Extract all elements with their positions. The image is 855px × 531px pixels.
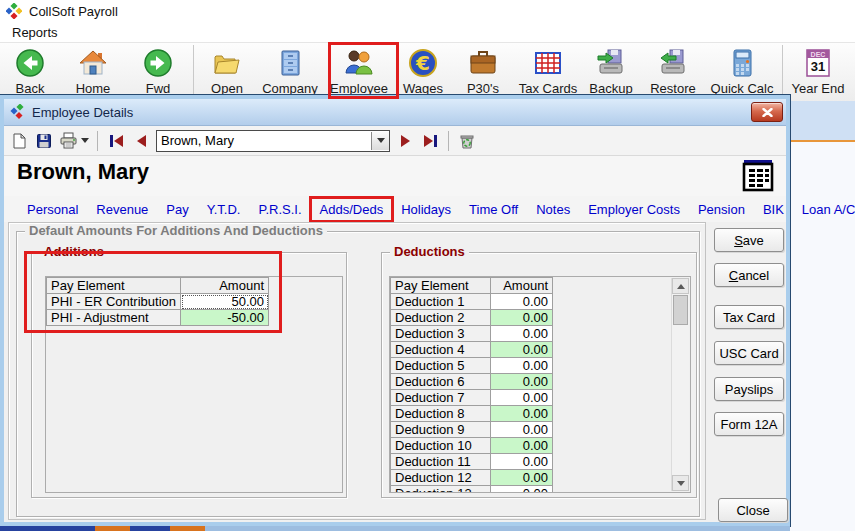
table-row: Deduction 60.00 [391, 374, 553, 390]
delete-record-button[interactable] [457, 130, 477, 152]
employee-grid-icon[interactable] [739, 156, 777, 198]
record-selector-value: Brown, Mary [157, 133, 371, 148]
save-record-button[interactable] [34, 130, 54, 152]
table-row: Deduction 130.00 [391, 486, 553, 494]
tab-y-t-d-[interactable]: Y.T.D. [200, 200, 248, 219]
amount-cell[interactable]: 0.00 [491, 438, 553, 454]
open-button[interactable]: Open [197, 43, 257, 99]
new-record-button[interactable] [9, 130, 29, 152]
deductions-scrollbar[interactable] [671, 278, 689, 491]
pay-element-cell: Deduction 9 [391, 422, 491, 438]
deductions-col-amount: Amount [491, 278, 553, 294]
cancel-button[interactable]: Cancel [714, 263, 784, 287]
tab-personal[interactable]: Personal [20, 200, 85, 219]
amount-cell[interactable]: 0.00 [491, 294, 553, 310]
last-record-icon [424, 135, 433, 147]
tab-bik[interactable]: BIK [756, 200, 791, 219]
pay-element-cell: Deduction 12 [391, 470, 491, 486]
scroll-up-button[interactable] [672, 278, 689, 294]
tax-cards-grid-icon [532, 47, 564, 79]
next-record-icon [401, 135, 410, 147]
tab-pay[interactable]: Pay [159, 200, 195, 219]
tab-divider [391, 202, 393, 217]
tab-strip: PersonalRevenuePayY.T.D.P.R.S.I.Adds/Ded… [4, 196, 786, 222]
tab-revenue[interactable]: Revenue [89, 200, 155, 219]
dialog-header: Brown, Mary [4, 156, 786, 196]
form-12a-button[interactable]: Form 12A [714, 412, 784, 436]
amount-cell[interactable]: 0.00 [491, 486, 553, 494]
backup-icon [595, 47, 627, 79]
tab-adds-deds[interactable]: Adds/Deds [313, 200, 391, 219]
back-button[interactable]: Back [0, 43, 60, 99]
printer-icon [59, 132, 78, 149]
last-record-button[interactable] [420, 130, 440, 152]
back-icon [14, 47, 46, 79]
print-button[interactable] [59, 130, 89, 152]
open-folder-icon [211, 47, 243, 79]
deductions-groupbox: Deductions Pay Element Amount Deduction … [381, 252, 697, 498]
previous-record-button[interactable] [131, 130, 151, 152]
tab-divider [459, 202, 461, 217]
amount-cell[interactable]: 0.00 [491, 454, 553, 470]
amount-cell[interactable]: 0.00 [491, 422, 553, 438]
table-row: Deduction 70.00 [391, 390, 553, 406]
tab-notes[interactable]: Notes [529, 200, 577, 219]
pay-element-cell: Deduction 11 [391, 454, 491, 470]
usc-card-button[interactable]: USC Card [714, 341, 784, 365]
table-row: Deduction 90.00 [391, 422, 553, 438]
new-document-icon [12, 133, 27, 149]
table-row: Deduction 80.00 [391, 406, 553, 422]
print-dropdown-caret[interactable] [81, 138, 89, 143]
first-record-button[interactable] [106, 130, 126, 152]
amount-cell[interactable]: 0.00 [491, 358, 553, 374]
app-logo-icon [6, 3, 22, 19]
wages-button[interactable]: € Wages [395, 43, 451, 99]
dialog-title: Employee Details [32, 105, 133, 120]
background-pane [790, 95, 855, 531]
tab-employer-costs[interactable]: Employer Costs [581, 200, 687, 219]
amount-cell[interactable]: 0.00 [491, 310, 553, 326]
save-button[interactable]: Save [714, 228, 784, 252]
p30s-button[interactable]: P30's [451, 43, 515, 99]
payslips-button[interactable]: Payslips [714, 377, 784, 401]
company-button[interactable]: Company [257, 43, 323, 99]
svg-text:31: 31 [811, 59, 825, 74]
tab-time-off[interactable]: Time Off [462, 200, 525, 219]
tab-divider [310, 202, 312, 217]
close-button[interactable]: Close [718, 498, 788, 522]
home-button[interactable]: Home [60, 43, 126, 99]
amount-cell[interactable]: 0.00 [491, 342, 553, 358]
restore-icon [657, 47, 689, 79]
amount-cell[interactable]: 0.00 [491, 390, 553, 406]
tax-cards-button[interactable]: Tax Cards [515, 43, 581, 99]
next-record-button[interactable] [395, 130, 415, 152]
dialog-close-button[interactable] [751, 102, 783, 122]
main-toolbar: Back Home Fwd Open Company Employee € Wa… [0, 42, 855, 101]
pay-element-cell: Deduction 1 [391, 294, 491, 310]
quick-calc-button[interactable]: Quick Calc [705, 43, 779, 99]
table-row: Deduction 120.00 [391, 470, 553, 486]
tab-pension[interactable]: Pension [691, 200, 752, 219]
tab-p-r-s-i-[interactable]: P.R.S.I. [251, 200, 308, 219]
forward-button[interactable]: Fwd [126, 43, 190, 99]
wages-euro-icon: € [407, 47, 439, 79]
scroll-down-button[interactable] [672, 475, 689, 491]
amount-cell[interactable]: 0.00 [491, 406, 553, 422]
record-selector-dropdown-button[interactable] [371, 132, 389, 150]
first-record-icon [114, 135, 123, 147]
employee-record-selector[interactable]: Brown, Mary [156, 130, 390, 152]
amount-cell[interactable]: 0.00 [491, 470, 553, 486]
restore-button[interactable]: Restore [641, 43, 705, 99]
recycle-bin-icon [458, 132, 476, 150]
amount-cell[interactable]: 0.00 [491, 326, 553, 342]
scroll-down-icon [677, 481, 685, 486]
amount-cell[interactable]: 0.00 [491, 374, 553, 390]
tab-holidays[interactable]: Holidays [394, 200, 458, 219]
menu-reports[interactable]: Reports [7, 23, 63, 42]
tab-loan-a-c[interactable]: Loan A/C [795, 200, 855, 219]
tax-card-button[interactable]: Tax Card [714, 305, 784, 329]
dialog-logo-icon [10, 104, 26, 120]
year-end-button[interactable]: DEC31 Year End [786, 43, 850, 99]
backup-button[interactable]: Backup [581, 43, 641, 99]
scrollbar-thumb[interactable] [673, 295, 688, 325]
